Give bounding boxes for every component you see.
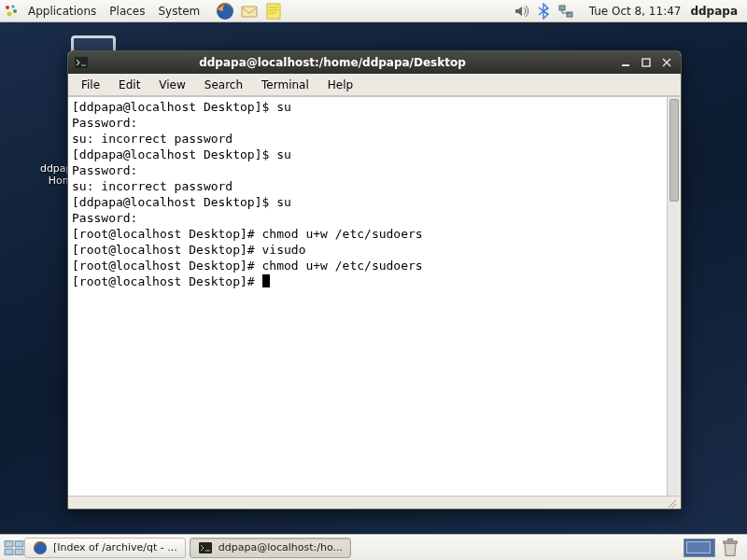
svg-rect-19 [728,539,733,540]
bottom-panel: [Index of /archive/qt - ... ddpapa@local… [0,534,747,560]
menu-file[interactable]: File [72,76,109,94]
network-icon[interactable] [557,3,574,20]
taskbar-item-terminal[interactable]: ddpapa@localhost:/ho... [190,538,351,558]
svg-rect-7 [559,6,565,10]
menu-terminal[interactable]: Terminal [252,76,318,94]
trash-icon[interactable] [719,537,741,559]
terminal-body[interactable]: [ddpapa@localhost Desktop]$ su Password:… [68,96,681,496]
svg-rect-6 [267,4,280,19]
evolution-icon[interactable] [239,1,260,21]
svg-rect-12 [5,540,13,546]
terminal-icon [74,55,89,70]
menu-search[interactable]: Search [195,76,252,94]
top-panel: Applications Places System Tue Oct 8, 11… [0,0,747,22]
menu-system[interactable]: System [152,2,205,21]
firefox-icon [33,540,48,555]
bluetooth-icon[interactable] [535,3,552,20]
svg-rect-15 [15,549,23,554]
menu-places[interactable]: Places [104,2,150,21]
maximize-button[interactable] [638,55,655,70]
titlebar[interactable]: ddpapa@localhost:/home/ddpapa/Desktop [68,51,681,74]
terminal-window: ddpapa@localhost:/home/ddpapa/Desktop Fi… [67,50,682,510]
svg-point-1 [12,5,15,7]
svg-point-0 [6,6,9,9]
gnome-foot-icon[interactable] [4,4,19,19]
taskbar-item-label: [Index of /archive/qt - ... [53,541,177,553]
minimize-button[interactable] [617,55,634,70]
svg-rect-13 [15,540,23,546]
svg-rect-11 [642,59,650,66]
volume-icon[interactable] [513,3,529,20]
panel-launchers [215,1,284,21]
show-desktop-button[interactable] [4,539,24,556]
taskbar-item-label: ddpapa@localhost:/ho... [218,541,343,553]
scrollbar[interactable] [667,97,681,496]
svg-rect-9 [75,57,88,68]
menubar: File Edit View Search Terminal Help [68,74,681,96]
firefox-icon[interactable] [215,1,235,21]
workspace-switcher[interactable] [684,539,715,557]
taskbar-item-firefox[interactable]: [Index of /archive/qt - ... [24,538,186,558]
svg-point-2 [13,9,17,13]
resize-grip[interactable] [68,496,681,509]
system-tray [513,3,574,20]
svg-point-3 [7,11,12,16]
svg-rect-17 [199,542,212,553]
notes-icon[interactable] [263,1,284,21]
user-menu[interactable]: ddpapa [686,5,743,18]
menu-help[interactable]: Help [318,76,362,94]
menu-edit[interactable]: Edit [109,76,149,94]
menu-applications[interactable]: Applications [22,2,102,21]
terminal-icon [198,540,213,555]
window-title: ddpapa@localhost:/home/ddpapa/Desktop [94,56,617,69]
svg-rect-5 [242,7,257,17]
close-button[interactable] [658,55,675,70]
scrollbar-thumb[interactable] [669,99,679,202]
menu-view[interactable]: View [149,76,194,94]
clock[interactable]: Tue Oct 8, 11:47 [584,5,687,18]
panel-menus: Applications Places System [4,2,205,21]
svg-rect-14 [5,549,13,554]
terminal-output[interactable]: [ddpapa@localhost Desktop]$ su Password:… [68,97,667,496]
cursor [262,274,270,287]
